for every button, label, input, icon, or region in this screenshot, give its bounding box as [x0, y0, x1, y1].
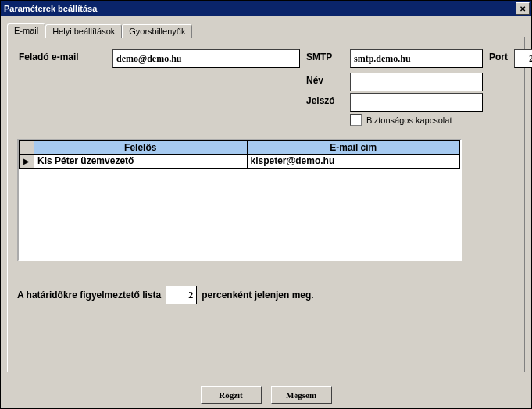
secure-connection-row: Biztonságos kapcsolat	[350, 114, 452, 126]
reminder-interval-field[interactable]	[166, 286, 197, 304]
secure-connection-label: Biztonságos kapcsolat	[366, 116, 452, 125]
port-field[interactable]	[514, 49, 532, 68]
col-responsible[interactable]: Felelős	[34, 140, 248, 155]
tab-email[interactable]: E-mail	[7, 23, 45, 37]
tab-hotkeys[interactable]: Gyorsbillenyűk	[122, 24, 192, 38]
sender-email-label: Feladó e-mail	[19, 52, 79, 62]
reminder-prefix: A határidőkre figyelmeztető lista	[17, 290, 161, 301]
table-header: Felelős E-mail cím	[19, 140, 460, 155]
smtp-field[interactable]	[350, 49, 483, 68]
smtp-name-field[interactable]	[350, 73, 483, 91]
cell-responsible[interactable]: Kis Péter üzemvezető	[34, 155, 248, 169]
smtp-label: SMTP	[306, 52, 332, 62]
secure-connection-checkbox[interactable]	[350, 114, 362, 126]
reminder-row: A határidőkre figyelmeztető lista percen…	[17, 286, 314, 304]
table-row[interactable]: ▶ Kis Péter üzemvezető kispeter@demo.hu	[19, 155, 460, 169]
tab-strip: E-mail Helyi beállítások Gyorsbillenyűk	[7, 23, 531, 37]
reminder-suffix: percenként jelenjen meg.	[202, 290, 313, 301]
smtp-password-field[interactable]	[350, 93, 483, 112]
button-bar: Rögzít Mégsem	[1, 386, 531, 404]
row-marker-icon: ▶	[19, 155, 34, 169]
port-label: Port	[489, 52, 508, 62]
smtp-name-label: Név	[306, 75, 323, 86]
cancel-button[interactable]: Mégsem	[271, 386, 332, 404]
sender-email-field[interactable]	[112, 49, 300, 68]
tab-local-settings[interactable]: Helyi beállítások	[45, 24, 122, 38]
save-button[interactable]: Rögzít	[201, 386, 262, 404]
tab-panel-email: Feladó e-mail SMTP Port Név Jelszó Bizto…	[7, 37, 525, 372]
titlebar: Paraméterek beállítása ✕	[1, 1, 531, 16]
cell-email[interactable]: kispeter@demo.hu	[248, 155, 461, 169]
recipients-table: Felelős E-mail cím ▶ Kis Péter üzemvezet…	[17, 139, 462, 261]
close-icon[interactable]: ✕	[516, 2, 530, 15]
settings-window: Paraméterek beállítása ✕ E-mail Helyi be…	[0, 0, 532, 409]
table-corner	[19, 140, 34, 155]
smtp-password-label: Jelszó	[306, 95, 335, 106]
window-title: Paraméterek beállítása	[4, 4, 97, 13]
col-email[interactable]: E-mail cím	[248, 140, 461, 155]
